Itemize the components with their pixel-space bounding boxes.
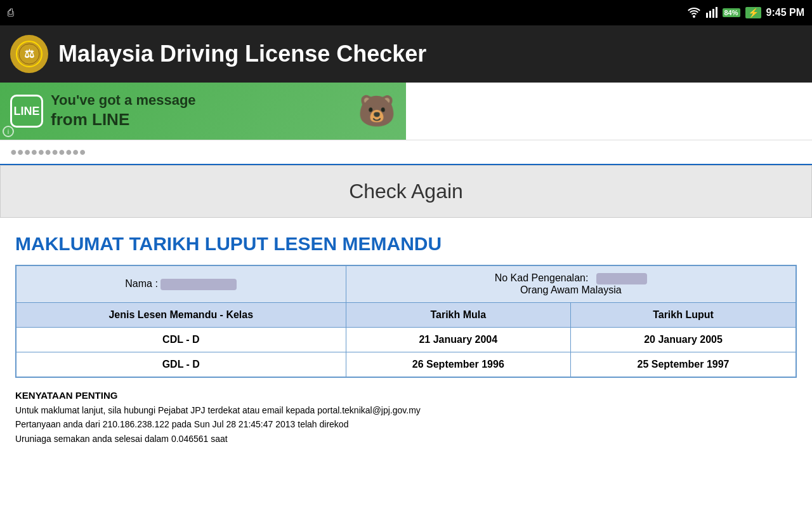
status-bar: ⎙ 84% ⚡ 9:45 PM <box>0 0 812 25</box>
line-logo: LINE <box>10 95 43 128</box>
title-bar: ⚖ Malaysia Driving License Checker <box>0 25 812 83</box>
notice-title: KENYATAAN PENTING <box>15 388 797 403</box>
ic-input[interactable] <box>10 145 200 159</box>
nama-label: Nama : <box>16 265 346 302</box>
notice-line1: Untuk maklumat lanjut, sila hubungi Peja… <box>15 403 797 417</box>
table-row: GDL - D 26 September 1996 25 September 1… <box>16 352 796 377</box>
main-content: MAKLUMAT TARIKH LUPUT LESEN MEMANDU Nama… <box>0 223 812 456</box>
check-again-button[interactable]: Check Again <box>0 165 812 218</box>
notice-section: KENYATAAN PENTING Untuk maklumat lanjut,… <box>15 388 797 446</box>
usb-icon: ⎙ <box>8 7 14 18</box>
svg-rect-2 <box>712 9 714 18</box>
jenis-lesen-2: GDL - D <box>16 352 346 377</box>
jenis-lesen-1: CDL - D <box>16 327 346 352</box>
ad-banner[interactable]: LINE You've got a message from LINE 🐻 i <box>0 83 406 140</box>
col-jenis: Jenis Lesen Memandu - Kelas <box>16 302 346 327</box>
table-row: CDL - D 21 January 2004 20 January 2005 <box>16 327 796 352</box>
notice-line2: Pertanyaan anda dari 210.186.238.122 pad… <box>15 417 797 431</box>
charging-icon: ⚡ <box>745 7 761 18</box>
svg-rect-0 <box>706 13 708 18</box>
ic-label-cell: No Kad Pengenalan: Orang Awam Malaysia <box>346 265 796 302</box>
svg-rect-3 <box>716 7 717 18</box>
tarikh-luput-2: 25 September 1997 <box>571 352 796 377</box>
ad-text: You've got a message from LINE <box>51 91 196 131</box>
app-title: Malaysia Driving License Checker <box>58 41 426 67</box>
column-headers: Jenis Lesen Memandu - Kelas Tarikh Mula … <box>16 302 796 327</box>
ad-info-icon[interactable]: i <box>3 126 14 137</box>
svg-rect-1 <box>709 11 711 18</box>
ad-section: LINE You've got a message from LINE 🐻 i <box>0 83 812 140</box>
battery-icon: 84% <box>723 8 740 17</box>
svg-text:⚖: ⚖ <box>24 48 34 60</box>
time-display: 9:45 PM <box>766 7 804 18</box>
app-logo: ⚖ <box>10 35 48 73</box>
notice-line3: Uruniaga semakan anda selesai dalam 0.04… <box>15 432 797 446</box>
section-title: MAKLUMAT TARIKH LUPUT LESEN MEMANDU <box>15 233 797 255</box>
wifi-icon <box>687 6 701 20</box>
col-tarikh-luput: Tarikh Luput <box>571 302 796 327</box>
license-info-table: Nama : No Kad Pengenalan: Orang Awam Mal… <box>15 265 797 378</box>
tarikh-luput-1: 20 January 2005 <box>571 327 796 352</box>
col-tarikh-mula: Tarikh Mula <box>346 302 570 327</box>
input-section[interactable] <box>0 140 812 165</box>
tarikh-mula-1: 21 January 2004 <box>346 327 570 352</box>
tarikh-mula-2: 26 September 1996 <box>346 352 570 377</box>
signal-icon <box>706 6 717 20</box>
info-header-row: Nama : No Kad Pengenalan: Orang Awam Mal… <box>16 265 796 302</box>
